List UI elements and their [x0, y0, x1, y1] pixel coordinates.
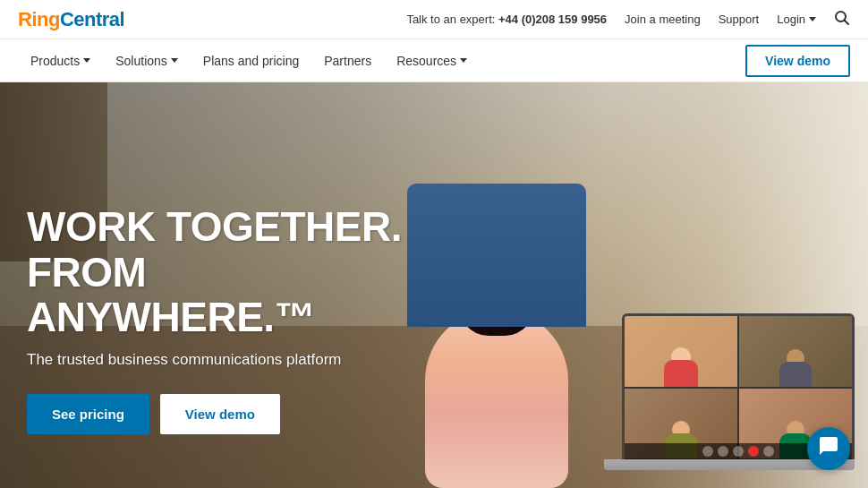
chevron-down-icon	[460, 58, 467, 63]
nav-solutions[interactable]: Solutions	[103, 39, 191, 82]
hero-subheadline: The trusted business communications plat…	[27, 351, 474, 369]
nav-plans-pricing[interactable]: Plans and pricing	[191, 39, 311, 82]
view-demo-hero-button[interactable]: View demo	[160, 394, 280, 434]
logo[interactable]: RingCentral	[18, 8, 124, 31]
chat-icon	[818, 435, 839, 462]
nav-left: Products Solutions Plans and pricing Par…	[18, 39, 480, 82]
control-dot	[702, 446, 713, 457]
chevron-down-icon	[809, 17, 816, 21]
control-dot	[718, 446, 728, 457]
logo-ring: Ring	[18, 8, 60, 30]
top-bar-right: Talk to an expert: +44 (0)208 159 9956 J…	[406, 10, 850, 30]
search-icon[interactable]	[834, 10, 850, 30]
nav-bar: Products Solutions Plans and pricing Par…	[0, 39, 868, 82]
see-pricing-button[interactable]: See pricing	[27, 394, 149, 434]
nav-products[interactable]: Products	[18, 39, 103, 82]
video-cell-2	[739, 316, 852, 387]
hero-section: WORK TOGETHER. FROM ANYWHERE.™ The trust…	[0, 82, 868, 488]
top-bar: RingCentral Talk to an expert: +44 (0)20…	[0, 0, 868, 39]
login-button[interactable]: Login	[777, 13, 816, 26]
control-dot	[733, 446, 744, 457]
phone-number[interactable]: +44 (0)208 159 9956	[498, 13, 607, 26]
chevron-down-icon	[83, 58, 90, 63]
nav-resources[interactable]: Resources	[384, 39, 480, 82]
talk-expert-label: Talk to an expert: +44 (0)208 159 9956	[406, 13, 607, 26]
hero-content: WORK TOGETHER. FROM ANYWHERE.™ The trust…	[27, 204, 474, 434]
control-dot-red	[748, 446, 759, 457]
chat-bubble-button[interactable]	[807, 427, 850, 470]
logo-central: Central	[60, 8, 124, 30]
hero-buttons: See pricing View demo	[27, 394, 474, 434]
video-cell-1	[625, 316, 737, 387]
hero-headline: WORK TOGETHER. FROM ANYWHERE.™	[27, 204, 474, 340]
chevron-down-icon	[171, 58, 178, 63]
nav-partners[interactable]: Partners	[311, 39, 384, 82]
view-demo-nav-button[interactable]: View demo	[745, 45, 850, 77]
support-link[interactable]: Support	[719, 13, 760, 26]
control-dot	[763, 446, 774, 457]
svg-line-1	[845, 20, 849, 24]
join-meeting-link[interactable]: Join a meeting	[625, 13, 701, 26]
